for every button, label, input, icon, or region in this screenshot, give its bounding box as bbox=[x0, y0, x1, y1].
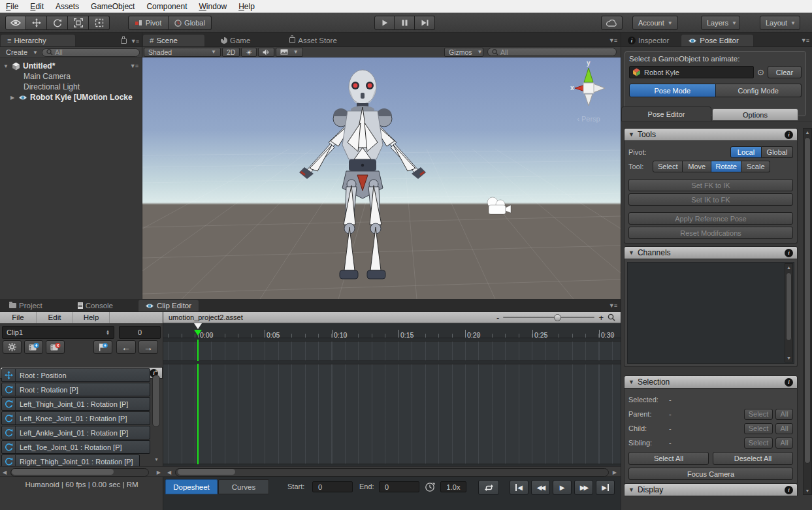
property-row-left-thigh[interactable]: Left_Thigh_Joint_01 : Rotation [P] bbox=[1, 397, 150, 411]
effects-dropdown[interactable]: ▼ bbox=[276, 48, 303, 57]
view-tool-button[interactable] bbox=[5, 16, 26, 30]
tool-select-button[interactable]: Select bbox=[653, 161, 683, 172]
clip-menu-edit[interactable]: Edit bbox=[37, 312, 73, 323]
menu-edit[interactable]: Edit bbox=[24, 1, 50, 12]
tab-inspector[interactable]: i Inspector bbox=[621, 34, 675, 46]
hierarchy-item-main-camera[interactable]: Main Camera bbox=[0, 71, 142, 82]
add-event-button[interactable] bbox=[93, 340, 112, 354]
next-keyframe-button[interactable]: → bbox=[138, 340, 158, 354]
rect-tool-button[interactable] bbox=[89, 16, 110, 30]
property-row-left-knee[interactable]: Left_Knee_Joint_01 : Rotation [P] bbox=[1, 411, 150, 425]
scene-menu-icon[interactable]: ▼≡ bbox=[130, 63, 142, 69]
tab-game[interactable]: Game bbox=[214, 34, 257, 46]
gameobject-field[interactable]: Robot Kyle bbox=[629, 66, 754, 78]
dopesheet-master-track[interactable] bbox=[163, 341, 621, 361]
tool-scale-button[interactable]: Scale bbox=[741, 161, 770, 172]
child-select-button[interactable]: Select bbox=[744, 423, 773, 434]
hierarchy-item-robot-kyle[interactable]: ▶ Robot Kyle [UMotion Locke bbox=[0, 92, 142, 103]
panel-menu-icon[interactable]: ▼≡ bbox=[801, 37, 812, 46]
zoom-slider[interactable] bbox=[503, 314, 594, 321]
rewind-button[interactable]: ◀◀ bbox=[531, 480, 550, 495]
property-row-root-position[interactable]: Root : Position bbox=[1, 368, 150, 382]
go-to-end-button[interactable]: ▶ bbox=[596, 480, 615, 495]
pivot-local-button[interactable]: Local bbox=[730, 146, 762, 158]
sibling-select-button[interactable]: Select bbox=[744, 438, 773, 449]
menu-file[interactable]: File bbox=[0, 1, 24, 12]
start-field[interactable]: 0 bbox=[312, 481, 353, 492]
layers-dropdown[interactable]: Layers▼ bbox=[701, 16, 740, 30]
tool-rotate-button[interactable]: Rotate bbox=[711, 161, 741, 172]
prev-keyframe-button[interactable]: ← bbox=[116, 340, 136, 354]
gizmos-dropdown[interactable]: Gizmos▼ bbox=[444, 48, 483, 57]
properties-scrollbar[interactable]: ▲ bbox=[152, 368, 161, 454]
zoom-in-label[interactable]: + bbox=[598, 313, 604, 323]
tab-curves[interactable]: Curves bbox=[218, 479, 269, 494]
zoom-out-label[interactable]: - bbox=[496, 313, 499, 323]
pause-button[interactable] bbox=[395, 16, 415, 30]
scene-viewport[interactable]: y x ‹ Persp bbox=[142, 57, 621, 299]
panel-menu-icon[interactable]: ▼≡ bbox=[131, 38, 138, 44]
axis-gizmo[interactable]: y x ‹ Persp bbox=[559, 59, 618, 124]
subtab-options[interactable]: Options bbox=[712, 108, 798, 121]
object-picker-icon[interactable]: ⊙ bbox=[757, 67, 764, 77]
parent-select-button[interactable]: Select bbox=[744, 409, 773, 420]
tab-dopesheet[interactable]: Dopesheet bbox=[165, 479, 218, 494]
menu-help[interactable]: Help bbox=[233, 1, 261, 12]
tab-project[interactable]: Project bbox=[3, 299, 49, 311]
panel-menu-icon[interactable]: ▼≡ bbox=[609, 37, 621, 46]
tab-scene[interactable]: #Scene bbox=[142, 34, 205, 46]
playhead-marker[interactable] bbox=[194, 323, 202, 336]
focus-camera-button[interactable]: Focus Camera bbox=[628, 468, 793, 480]
property-row-left-toe[interactable]: Left_Toe_Joint_01 : Rotation [P] bbox=[1, 440, 150, 454]
account-dropdown[interactable]: Account▼ bbox=[632, 16, 678, 30]
pivot-toggle-button[interactable]: Pivot bbox=[128, 16, 169, 30]
info-icon[interactable]: i bbox=[785, 378, 793, 387]
audio-toggle-button[interactable] bbox=[258, 48, 274, 57]
channels-scrollbar[interactable]: ▲ ▼ bbox=[785, 263, 793, 362]
playback-speed-field[interactable]: 1.0x bbox=[440, 481, 466, 492]
info-icon[interactable]: i bbox=[785, 131, 793, 139]
pose-mode-button[interactable]: Pose Mode bbox=[629, 84, 716, 97]
play-button[interactable] bbox=[374, 16, 395, 30]
play-animation-button[interactable]: ▶ bbox=[553, 480, 572, 495]
end-field[interactable]: 0 bbox=[379, 481, 419, 492]
hierarchy-item-directional-light[interactable]: Directional Light bbox=[0, 82, 142, 92]
sibling-all-button[interactable]: All bbox=[775, 438, 793, 449]
apply-reference-pose-button[interactable]: Apply Reference Pose bbox=[628, 212, 793, 225]
reset-modifications-button[interactable]: Reset Modifcations bbox=[628, 227, 793, 239]
tab-clip-editor[interactable]: Clip Editor bbox=[138, 299, 199, 311]
settings-button[interactable] bbox=[3, 340, 22, 354]
scene-search-input[interactable]: All bbox=[487, 48, 617, 56]
rotate-tool-button[interactable] bbox=[47, 16, 68, 30]
shading-mode-dropdown[interactable]: Shaded▼ bbox=[144, 48, 221, 57]
channels-section-header[interactable]: ▼ Channels i bbox=[624, 246, 798, 259]
panel-menu-icon[interactable]: ▼≡ bbox=[609, 302, 621, 311]
tab-hierarchy[interactable]: ≡ Hierarchy bbox=[0, 34, 76, 46]
hierarchy-search-input[interactable]: All bbox=[42, 48, 140, 57]
deselect-all-button[interactable]: Deselect All bbox=[713, 452, 793, 465]
tab-console[interactable]: Console bbox=[71, 299, 120, 311]
properties-hscrollbar[interactable]: ◀ ▶ bbox=[0, 466, 163, 477]
tool-move-button[interactable]: Move bbox=[683, 161, 711, 172]
subtab-pose-editor[interactable]: Pose Editor bbox=[621, 106, 711, 121]
dopesheet-track-area[interactable] bbox=[163, 364, 621, 464]
property-row-left-ankle[interactable]: Left_Ankle_Joint_01 : Rotation [P] bbox=[1, 426, 150, 439]
perspective-label[interactable]: ‹ Persp bbox=[559, 115, 618, 123]
zoom-slider-knob[interactable] bbox=[554, 314, 561, 321]
timeline-hscrollbar[interactable]: ◀ ▶ bbox=[163, 466, 621, 477]
menu-component[interactable]: Component bbox=[140, 1, 193, 12]
move-tool-button[interactable] bbox=[26, 16, 47, 30]
search-icon[interactable] bbox=[608, 313, 615, 321]
tab-pose-editor[interactable]: Pose Editor bbox=[681, 34, 754, 46]
pivot-global-button[interactable]: Global bbox=[762, 146, 793, 158]
scroll-down-icon[interactable]: ▼ bbox=[154, 457, 159, 462]
set-fk-to-ik-button[interactable]: Set FK to IK bbox=[628, 179, 793, 191]
info-icon[interactable]: i bbox=[785, 486, 793, 494]
menu-assets[interactable]: Assets bbox=[50, 1, 85, 12]
foldout-closed-icon[interactable]: ▶ bbox=[9, 95, 16, 101]
config-mode-button[interactable]: Config Mode bbox=[716, 84, 802, 97]
loop-toggle-button[interactable] bbox=[478, 480, 499, 495]
hierarchy-item-scene-root[interactable]: ▼ Untitled* ▼≡ bbox=[0, 61, 142, 71]
tools-section-header[interactable]: ▼ Tools i bbox=[624, 128, 798, 141]
step-button[interactable] bbox=[415, 16, 435, 30]
